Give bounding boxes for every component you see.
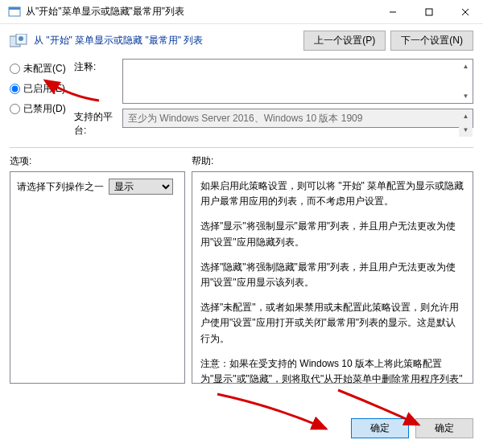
radio-enabled[interactable]: 已启用(E)	[10, 82, 74, 96]
help-section-label: 帮助:	[192, 154, 473, 168]
radio-disabled[interactable]: 已禁用(D)	[10, 102, 74, 116]
scroll-up-icon[interactable]: ▲	[459, 109, 473, 123]
supported-scroll: ▲ ▼	[459, 109, 473, 137]
radio-not-configured-input[interactable]	[10, 64, 20, 74]
policy-icon	[10, 34, 27, 48]
help-paragraph: 如果启用此策略设置，则可以将 "开始" 菜单配置为显示或隐藏用户最常用应用的列表…	[200, 179, 464, 209]
radio-not-configured-label: 未配置(C)	[23, 62, 66, 76]
next-setting-button[interactable]: 下一个设置(N)	[390, 31, 473, 51]
svg-point-8	[19, 36, 23, 41]
help-panel[interactable]: 如果启用此策略设置，则可以将 "开始" 菜单配置为显示或隐藏用户最常用应用的列表…	[192, 171, 473, 384]
policy-title: 从 "开始" 菜单显示或隐藏 "最常用" 列表	[34, 34, 303, 47]
help-paragraph: 选择"未配置"，或者如果禁用或未配置此策略设置，则允许用户使用"设置"应用打开或…	[200, 300, 464, 347]
supported-on-box: 至少为 Windows Server 2016、Windows 10 版本 19…	[122, 109, 473, 128]
comment-textarea[interactable]	[122, 59, 473, 104]
radio-not-configured[interactable]: 未配置(C)	[10, 62, 74, 76]
window-icon	[8, 6, 21, 18]
help-paragraph: 注意：如果在受支持的 Windows 10 版本上将此策略配置为"显示"或"隐藏…	[200, 356, 464, 384]
prev-setting-button[interactable]: 上一个设置(P)	[303, 31, 386, 51]
comment-label: 注释:	[74, 59, 122, 104]
help-paragraph: 选择"显示"将强制显示"最常用"列表，并且用户无法更改为使用"设置"应用隐藏列表…	[200, 219, 464, 249]
supported-on-text: 至少为 Windows Server 2016、Windows 10 版本 19…	[128, 113, 362, 124]
supported-label: 支持的平台:	[74, 109, 122, 138]
radio-disabled-label: 已禁用(D)	[23, 102, 66, 116]
header-row: 从 "开始" 菜单显示或隐藏 "最常用" 列表 上一个设置(P) 下一个设置(N…	[0, 24, 483, 55]
scroll-down-icon[interactable]: ▼	[459, 123, 473, 137]
comment-scroll: ▲ ▼	[459, 60, 473, 103]
state-radio-group: 未配置(C) 已启用(E) 已禁用(D)	[10, 59, 74, 142]
radio-enabled-label: 已启用(E)	[23, 82, 65, 96]
options-section-label: 选项:	[10, 154, 192, 168]
annotation-arrow-icon	[209, 390, 330, 434]
maximize-button[interactable]	[411, 0, 447, 24]
close-button[interactable]	[447, 0, 483, 24]
help-paragraph: 选择"隐藏"将强制隐藏"最常用"列表，并且用户无法更改为使用"设置"应用显示该列…	[200, 260, 464, 290]
options-select-label: 请选择下列操作之一	[17, 180, 104, 194]
dialog-footer: 确定 确定	[351, 418, 473, 438]
svg-rect-3	[426, 9, 432, 15]
options-select[interactable]: 显示	[109, 179, 173, 195]
window-title: 从"开始"菜单显示或隐藏"最常用"列表	[26, 5, 374, 18]
window-controls	[374, 0, 483, 24]
ok-button[interactable]: 确定	[351, 418, 409, 438]
ok-button-2[interactable]: 确定	[415, 418, 473, 438]
svg-rect-1	[9, 7, 20, 10]
scroll-down-icon[interactable]: ▼	[459, 89, 473, 103]
minimize-button[interactable]	[374, 0, 411, 24]
radio-enabled-input[interactable]	[10, 84, 20, 94]
radio-disabled-input[interactable]	[10, 104, 20, 114]
titlebar: 从"开始"菜单显示或隐藏"最常用"列表	[0, 0, 483, 24]
scroll-up-icon[interactable]: ▲	[459, 60, 473, 73]
options-panel: 请选择下列操作之一 显示	[10, 171, 185, 384]
